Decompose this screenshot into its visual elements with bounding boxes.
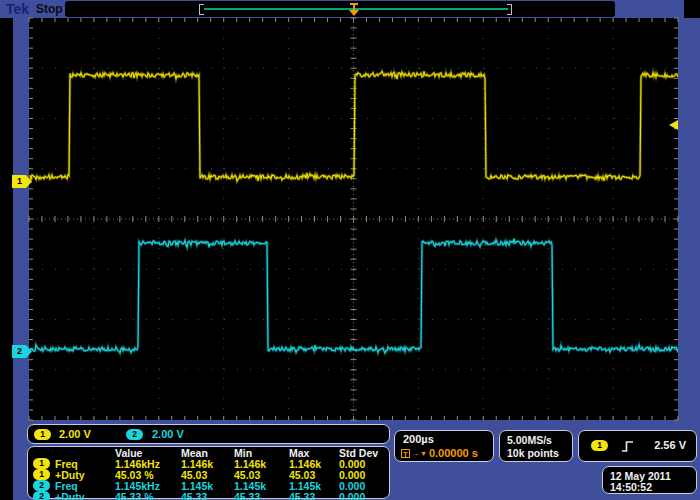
measurement-value: 45.03 % <box>115 470 181 480</box>
horizontal-position: 0.00000 s <box>429 447 478 459</box>
channel-badge: 2 <box>33 491 50 500</box>
channel1-badge[interactable]: 1 <box>34 429 51 440</box>
measurement-mean: 1.146k <box>181 459 234 469</box>
sample-rate: 5.00MS/s <box>507 434 552 446</box>
measurement-name: Freq <box>55 459 78 469</box>
column-header: Min <box>234 448 289 458</box>
trigger-to-center-icon: T→▼ <box>401 449 427 458</box>
trigger-source-badge: 1 <box>591 440 608 451</box>
channel-scale-bar: 1 2.00 V 2 2.00 V <box>27 424 390 444</box>
acquisition-readout[interactable]: 5.00MS/s 10k points <box>499 430 573 462</box>
rising-edge-slope-icon <box>621 440 634 453</box>
channel2-badge[interactable]: 2 <box>126 429 143 440</box>
oscilloscope-screen: Tek Stop T 1 2 1 2.00 V 2 2.00 V ValueMe… <box>0 0 700 500</box>
measurement-std: 0.000 <box>339 459 389 469</box>
measurement-max: 1.145k <box>289 481 339 491</box>
horizontal-readout[interactable]: 200µs T→▼ 0.00000 s <box>394 430 494 462</box>
measurement-max: 45.03 <box>289 470 339 480</box>
measurement-mean: 45.33 <box>181 492 234 500</box>
measurement-min: 45.33 <box>234 492 289 500</box>
column-header: Mean <box>181 448 234 458</box>
datetime-readout: 12 May 2011 14:50:52 <box>602 466 697 494</box>
channel-badge: 1 <box>33 458 50 469</box>
channel2-scale[interactable]: 2.00 V <box>152 428 184 440</box>
measurement-name: Freq <box>55 481 78 491</box>
measurement-std: 0.000 <box>339 470 389 480</box>
measurement-min: 1.146k <box>234 459 289 469</box>
measurement-max: 45.33 <box>289 492 339 500</box>
channel-badge: 1 <box>33 469 50 480</box>
measurement-row[interactable]: 1Freq1.146kHz1.146k1.146k1.146k0.000 <box>31 458 389 469</box>
measurement-name: +Duty <box>55 470 84 480</box>
measurement-value: 1.146kHz <box>115 459 181 469</box>
measurement-mean: 45.03 <box>181 470 234 480</box>
horizontal-scale: 200µs <box>403 433 434 445</box>
measurement-min: 45.03 <box>234 470 289 480</box>
measurement-row[interactable]: 1+Duty45.03 %45.0345.0345.030.000 <box>31 469 389 480</box>
measurement-value: 1.145kHz <box>115 481 181 491</box>
measurement-std: 0.000 <box>339 481 389 491</box>
measurement-row[interactable]: 2Freq1.145kHz1.145k1.145k1.145k0.000 <box>31 480 389 491</box>
measurements-header-row: ValueMeanMinMaxStd Dev <box>31 448 389 458</box>
measurement-std: 0.000 <box>339 492 389 500</box>
measurement-max: 1.146k <box>289 459 339 469</box>
time-value: 14:50:52 <box>610 481 652 493</box>
column-header: Std Dev <box>339 448 389 458</box>
measurement-min: 1.145k <box>234 481 289 491</box>
measurement-value: 45.33 % <box>115 492 181 500</box>
trigger-level-value: 2.56 V <box>654 439 686 451</box>
column-header: Value <box>115 448 181 458</box>
record-length: 10k points <box>507 447 559 459</box>
column-header: Max <box>289 448 339 458</box>
channel-badge: 2 <box>33 480 50 491</box>
measurement-mean: 1.145k <box>181 481 234 491</box>
trigger-readout[interactable]: 1 2.56 V <box>578 430 697 462</box>
measurements-table: ValueMeanMinMaxStd Dev1Freq1.146kHz1.146… <box>27 446 390 499</box>
measurement-name: +Duty <box>55 492 84 500</box>
measurement-row[interactable]: 2+Duty45.33 %45.3345.3345.330.000 <box>31 491 389 500</box>
channel1-scale[interactable]: 2.00 V <box>59 428 91 440</box>
